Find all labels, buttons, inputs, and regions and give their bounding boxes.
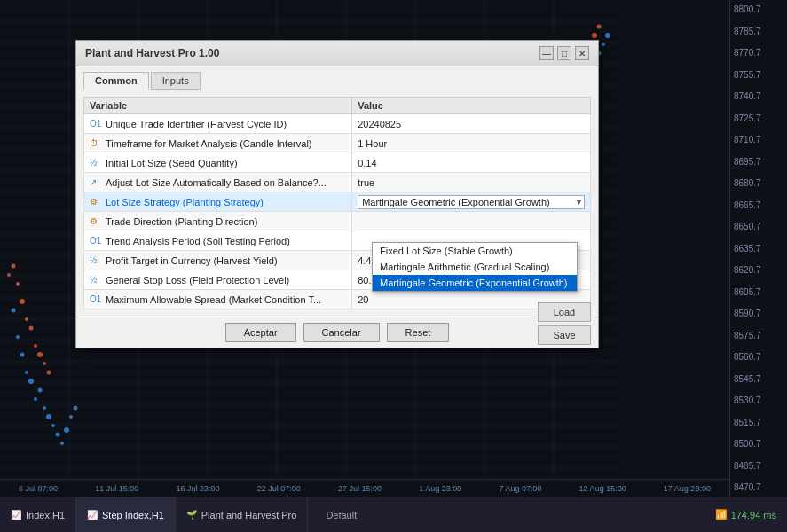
- status-text: 174.94 ms: [731, 510, 776, 520]
- svg-point-76: [12, 264, 16, 269]
- x-label: 1 Aug 23:00: [419, 484, 461, 493]
- variable-cell: ⚙ Trade Direction (Planting Direction): [84, 212, 352, 231]
- x-label: 6 Jul 07:00: [19, 484, 58, 493]
- taskbar-tab-index[interactable]: 📈 Index,H1: [0, 497, 76, 532]
- svg-point-78: [20, 299, 25, 304]
- price-label: 8650.7: [734, 222, 783, 231]
- x-label: 7 Aug 07:00: [499, 484, 541, 493]
- tab-label: Index,H1: [26, 510, 65, 520]
- svg-point-41: [60, 442, 64, 445]
- price-label: 8635.7: [734, 244, 783, 254]
- price-label: 8740.7: [734, 91, 783, 101]
- tab-common[interactable]: Common: [83, 72, 149, 90]
- svg-point-33: [25, 371, 28, 374]
- col-variable-header: Variable: [84, 98, 352, 114]
- save-button[interactable]: Save: [538, 325, 591, 345]
- variable-label: Initial Lot Size (Seed Quantity): [106, 158, 238, 168]
- price-axis: 8800.7 8785.7 8770.7 8755.7 8740.7 8725.…: [729, 0, 787, 497]
- row-icon-half2: ½: [90, 255, 102, 265]
- svg-point-40: [56, 433, 60, 437]
- variable-label: Profit Target in Currency (Harvest Yield…: [106, 255, 278, 266]
- svg-point-30: [12, 309, 16, 313]
- price-label: 8590.7: [734, 309, 783, 318]
- svg-point-36: [38, 388, 43, 393]
- variable-cell: O1 Unique Trade Identifier (Harvest Cycl…: [84, 114, 352, 134]
- table-row: O1 Unique Trade Identifier (Harvest Cycl…: [84, 114, 591, 134]
- svg-point-82: [37, 352, 43, 357]
- tab-icon-gear: 🌱: [186, 510, 197, 520]
- svg-point-35: [34, 397, 37, 401]
- price-label: 8620.7: [734, 265, 783, 275]
- table-row: ⏱ Timeframe for Market Analysis (Candle …: [84, 134, 591, 153]
- price-label: 8605.7: [734, 287, 783, 297]
- dropdown-item-arithmetic[interactable]: Martingale Arithmetic (Gradual Scaling): [373, 259, 577, 275]
- minimize-button[interactable]: —: [539, 46, 554, 60]
- price-label: 8755.7: [734, 70, 783, 80]
- svg-point-39: [51, 424, 55, 427]
- variable-label: General Stop Loss (Field Protection Leve…: [106, 275, 289, 286]
- side-buttons: Load Save: [538, 302, 591, 345]
- row-icon-gear2: ⚙: [90, 216, 102, 226]
- lot-strategy-select[interactable]: Martingale Geometric (Exponential Growth…: [358, 195, 585, 209]
- svg-point-80: [29, 326, 34, 331]
- lot-strategy-dropdown[interactable]: Martingale Geometric (Exponential Growth…: [358, 195, 585, 209]
- price-label: 8515.7: [734, 418, 783, 427]
- x-label: 11 Jul 15:00: [95, 484, 138, 493]
- taskbar: 📈 Index,H1 📈 Step Index,H1 🌱 Plant and H…: [0, 497, 787, 532]
- dialog-footer: Aceptar Cancelar Reset: [76, 317, 598, 348]
- svg-point-37: [43, 406, 46, 410]
- table-row: ½ Initial Lot Size (Seed Quantity) 0.14: [84, 153, 591, 173]
- price-label: 8530.7: [734, 395, 783, 405]
- close-button[interactable]: ✕: [575, 46, 589, 60]
- value-cell: [352, 212, 591, 231]
- variable-label: Maximum Allowable Spread (Market Conditi…: [106, 294, 321, 305]
- table-row: ↗ Adjust Lot Size Automatically Based on…: [84, 173, 591, 192]
- variable-cell: ↗ Adjust Lot Size Automatically Based on…: [84, 173, 352, 192]
- svg-point-58: [605, 33, 610, 38]
- cancel-button[interactable]: Cancelar: [303, 323, 380, 342]
- tab-label: Step Index,H1: [102, 510, 164, 520]
- dialog-tabs: Common Inputs: [76, 66, 598, 90]
- svg-point-44: [74, 406, 78, 411]
- accept-button[interactable]: Aceptar: [225, 323, 296, 342]
- signal-icon: 📶: [715, 509, 728, 520]
- variable-label: Timeframe for Market Analysis (Candle In…: [106, 138, 312, 149]
- table-row: O1 Maximum Allowable Spread (Market Cond…: [84, 290, 591, 309]
- taskbar-tab-stepindex[interactable]: 📈 Step Index,H1: [76, 497, 176, 532]
- tab-inputs[interactable]: Inputs: [151, 72, 201, 90]
- svg-point-84: [47, 371, 51, 375]
- price-label: 8710.7: [734, 135, 783, 145]
- taskbar-default-label: Default: [308, 510, 374, 520]
- col-value-header: Value: [352, 98, 591, 114]
- svg-point-83: [43, 362, 46, 365]
- tab-label: Plant and Harvest Pro: [201, 510, 297, 520]
- row-icon-gear: ⚙: [90, 197, 102, 207]
- row-icon-o1c: O1: [90, 294, 102, 304]
- price-label: 8545.7: [734, 374, 783, 384]
- svg-point-74: [597, 25, 602, 29]
- load-button[interactable]: Load: [538, 302, 591, 322]
- maximize-button[interactable]: □: [557, 46, 571, 60]
- variable-cell: ⚙ Lot Size Strategy (Planting Strategy): [84, 192, 352, 212]
- variable-cell: ½ Profit Target in Currency (Harvest Yie…: [84, 251, 352, 270]
- price-label: 8665.7: [734, 200, 783, 210]
- svg-point-79: [25, 317, 28, 321]
- reset-button[interactable]: Reset: [387, 323, 450, 342]
- dropdown-item-geometric[interactable]: Martingale Geometric (Exponential Growth…: [373, 275, 577, 291]
- value-cell-dropdown[interactable]: Martingale Geometric (Exponential Growth…: [352, 192, 591, 212]
- price-label: 8485.7: [734, 461, 783, 471]
- price-label: 8695.7: [734, 157, 783, 167]
- taskbar-status: 📶 174.94 ms: [715, 509, 787, 520]
- value-cell: 20240825: [352, 114, 591, 134]
- dialog-body: Variable Value O1 Unique Trade Identifie…: [76, 90, 598, 317]
- taskbar-tab-plantandharvest[interactable]: 🌱 Plant and Harvest Pro: [176, 497, 309, 532]
- value-cell: 1 Hour: [352, 134, 591, 153]
- dropdown-item-fixed[interactable]: Fixed Lot Size (Stable Growth): [373, 243, 577, 259]
- svg-point-31: [16, 335, 20, 339]
- tab-icon-chart: 📈: [11, 510, 21, 520]
- x-label: 16 Jul 23:00: [177, 484, 220, 493]
- variable-label: Trend Analysis Period (Soil Testing Peri…: [106, 236, 290, 246]
- price-label: 8800.7: [734, 4, 783, 14]
- price-label: 8680.7: [734, 178, 783, 188]
- x-axis: 6 Jul 07:00 11 Jul 15:00 16 Jul 23:00 22…: [0, 479, 729, 497]
